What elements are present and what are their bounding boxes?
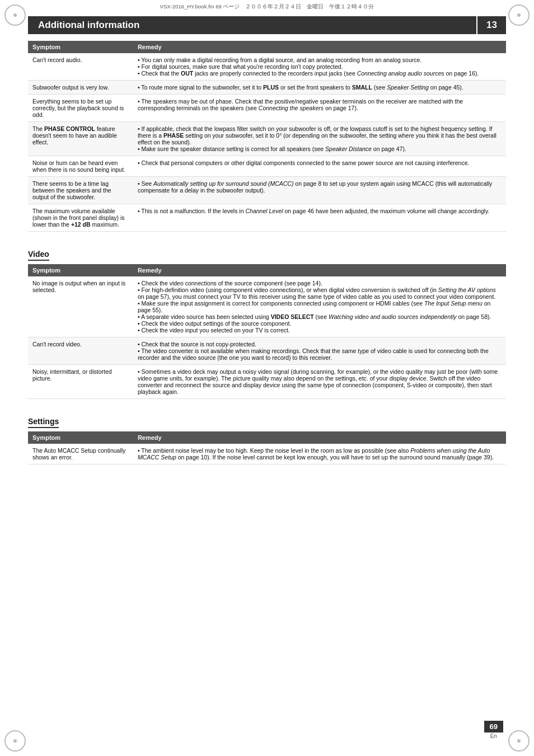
page-header: Additional information 13: [28, 16, 506, 34]
audio-table-row: There seems to be a time lag between the…: [28, 177, 506, 204]
settings-section-heading: Settings: [28, 417, 59, 428]
video-symptom-cell: Noisy, intermittant, or distorted pictur…: [28, 365, 133, 399]
audio-remedy-cell: • The speakers may be out of phase. Chec…: [133, 95, 506, 122]
audio-table-row: Subwoofer output is very low.• To route …: [28, 81, 506, 95]
page-title: Additional information: [28, 16, 476, 34]
audio-remedy-cell: • See Automatically setting up for surro…: [133, 177, 506, 204]
audio-table-remedy-header: Remedy: [133, 41, 506, 53]
audio-table-row: Everything seems to be set up correctly,…: [28, 95, 506, 122]
settings-table-row: The Auto MCACC Setup continually shows a…: [28, 444, 506, 464]
video-remedy-cell: • Check the video connections of the sou…: [133, 276, 506, 337]
language-label: En: [484, 733, 503, 739]
audio-remedy-cell: • You can only make a digital recording …: [133, 53, 506, 81]
audio-table-row: The maximum volume available (shown in t…: [28, 204, 506, 232]
audio-symptom-cell: Everything seems to be set up correctly,…: [28, 95, 133, 122]
audio-table-row: The PHASE CONTROL feature doesn't seem t…: [28, 122, 506, 156]
video-table-remedy-header: Remedy: [133, 264, 506, 276]
video-symptom-cell: Can't record video.: [28, 337, 133, 365]
audio-table-row: Noise or hum can be heard even when ther…: [28, 156, 506, 177]
settings-table: Symptom Remedy The Auto MCACC Setup cont…: [28, 431, 506, 464]
chapter-number: 13: [477, 16, 506, 34]
corner-decoration-tl: [4, 4, 26, 26]
video-remedy-cell: • Sometimes a video deck may output a no…: [133, 365, 506, 399]
video-symptom-cell: No image is output when an input is sele…: [28, 276, 133, 337]
settings-symptom-cell: The Auto MCACC Setup continually shows a…: [28, 444, 133, 464]
video-table: Symptom Remedy No image is output when a…: [28, 264, 506, 399]
video-table-row: No image is output when an input is sele…: [28, 276, 506, 337]
audio-table-symptom-header: Symptom: [28, 41, 133, 53]
audio-symptom-cell: Can't record audio.: [28, 53, 133, 81]
audio-table: Symptom Remedy Can't record audio.• You …: [28, 41, 506, 232]
audio-remedy-cell: • If applicable, check that the lowpass …: [133, 122, 506, 156]
audio-remedy-cell: • This is not a malfunction. If the leve…: [133, 204, 506, 232]
audio-remedy-cell: • To route more signal to the subwoofer,…: [133, 81, 506, 95]
main-content: Symptom Remedy Can't record audio.• You …: [28, 41, 506, 464]
audio-table-row: Can't record audio.• You can only make a…: [28, 53, 506, 81]
file-path-bar: VSX-2016_HY.book.fm 69 ページ ２００６年２月２４日 金曜…: [0, 0, 534, 12]
audio-remedy-cell: • Check that personal computers or other…: [133, 156, 506, 177]
audio-symptom-cell: There seems to be a time lag between the…: [28, 177, 133, 204]
video-table-row: Can't record video.• Check that the sour…: [28, 337, 506, 365]
corner-decoration-tr: [508, 4, 530, 26]
settings-table-remedy-header: Remedy: [133, 431, 506, 444]
audio-symptom-cell: The maximum volume available (shown in t…: [28, 204, 133, 232]
audio-symptom-cell: Noise or hum can be heard even when ther…: [28, 156, 133, 177]
video-table-row: Noisy, intermittant, or distorted pictur…: [28, 365, 506, 399]
settings-remedy-cell: • The ambient noise level may be too hig…: [133, 444, 506, 464]
settings-table-symptom-header: Symptom: [28, 431, 133, 444]
page-footer: 69 En: [484, 721, 503, 739]
corner-decoration-bl: [4, 730, 26, 752]
page-number: 69: [484, 721, 503, 732]
audio-symptom-cell: Subwoofer output is very low.: [28, 81, 133, 95]
video-table-symptom-header: Symptom: [28, 264, 133, 276]
corner-decoration-br: [508, 730, 530, 752]
video-section-heading: Video: [28, 250, 49, 261]
audio-symptom-cell: The PHASE CONTROL feature doesn't seem t…: [28, 122, 133, 156]
file-path-text: VSX-2016_HY.book.fm 69 ページ ２００６年２月２４日 金曜…: [160, 3, 374, 10]
video-remedy-cell: • Check that the source is not copy-prot…: [133, 337, 506, 365]
